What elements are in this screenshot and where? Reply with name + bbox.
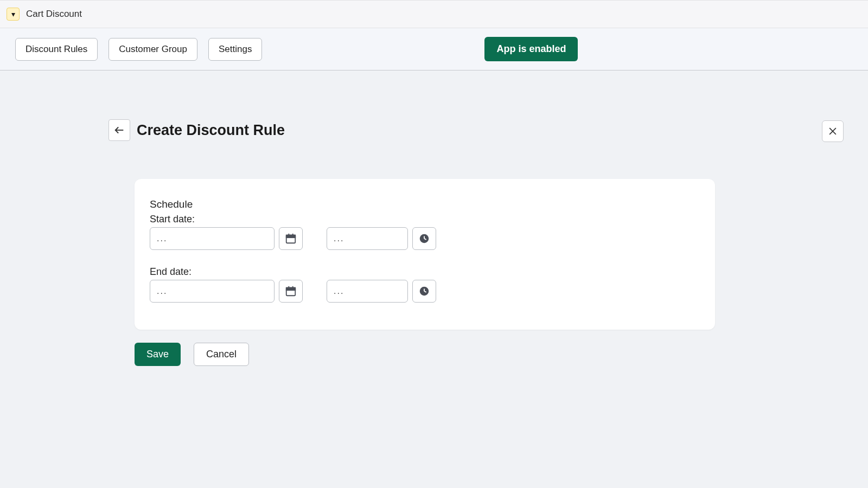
nav-discount-rules-label: Discount Rules bbox=[25, 44, 87, 54]
start-time-input[interactable] bbox=[327, 227, 408, 250]
end-date-input[interactable] bbox=[150, 280, 275, 303]
form-actions: Save Cancel bbox=[135, 343, 760, 366]
start-date-row bbox=[150, 227, 700, 250]
clock-icon bbox=[418, 285, 430, 297]
nav-discount-rules[interactable]: Discount Rules bbox=[15, 38, 98, 61]
close-icon bbox=[827, 126, 838, 137]
app-icon: ▾ bbox=[7, 8, 20, 21]
schedule-card: Schedule Start date: End bbox=[135, 179, 715, 330]
content-area: Create Discount Rule Schedule Start date… bbox=[0, 70, 868, 488]
nav-customer-group[interactable]: Customer Group bbox=[108, 38, 197, 61]
page-header: Create Discount Rule bbox=[108, 119, 760, 141]
nav-customer-group-label: Customer Group bbox=[119, 44, 187, 54]
start-date-label: Start date: bbox=[150, 214, 700, 225]
start-time-picker-button[interactable] bbox=[412, 227, 436, 250]
app-icon-glyph: ▾ bbox=[11, 10, 15, 18]
nav-settings[interactable]: Settings bbox=[208, 38, 262, 61]
calendar-icon bbox=[285, 285, 297, 297]
end-date-label: End date: bbox=[150, 266, 700, 278]
navbar: Discount Rules Customer Group Settings A… bbox=[0, 28, 868, 70]
nav-settings-label: Settings bbox=[219, 44, 252, 54]
cancel-button-label: Cancel bbox=[206, 349, 237, 359]
svg-rect-11 bbox=[286, 288, 296, 291]
cancel-button[interactable]: Cancel bbox=[194, 343, 249, 366]
clock-icon bbox=[418, 233, 430, 245]
end-date-row bbox=[150, 280, 700, 303]
start-date-input[interactable] bbox=[150, 227, 275, 250]
app-status-label: App is enabled bbox=[496, 43, 566, 54]
app-status-badge: App is enabled bbox=[484, 37, 578, 61]
back-button[interactable] bbox=[108, 119, 130, 141]
save-button[interactable]: Save bbox=[135, 343, 181, 366]
start-date-picker-button[interactable] bbox=[279, 227, 303, 250]
app-titlebar: ▾ Cart Discount bbox=[0, 0, 868, 28]
save-button-label: Save bbox=[146, 349, 169, 359]
end-time-input[interactable] bbox=[327, 280, 408, 303]
close-button[interactable] bbox=[822, 120, 844, 142]
end-time-picker-button[interactable] bbox=[412, 280, 436, 303]
app-title: Cart Discount bbox=[26, 9, 82, 20]
arrow-left-icon bbox=[113, 124, 125, 136]
svg-rect-4 bbox=[286, 235, 296, 238]
schedule-title: Schedule bbox=[150, 198, 700, 210]
calendar-icon bbox=[285, 233, 297, 245]
page-title: Create Discount Rule bbox=[137, 122, 285, 139]
end-date-picker-button[interactable] bbox=[279, 280, 303, 303]
